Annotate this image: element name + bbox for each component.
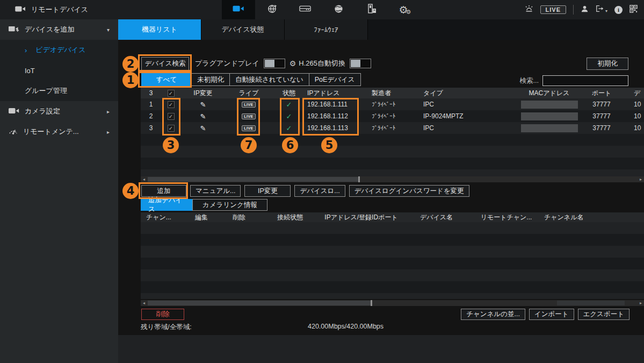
edit-pencil-icon[interactable]: ✎	[200, 112, 206, 120]
live-mode-badge[interactable]: LIVE	[540, 5, 566, 14]
col-edit: 編集	[183, 213, 220, 222]
empty-rows	[141, 134, 644, 176]
sidebar-item-camera-settings[interactable]: カメラ設定 ▸	[0, 101, 118, 122]
sidebar-item-label: デバイスを追加	[25, 25, 75, 34]
nav-remote-device[interactable]	[222, 0, 255, 19]
user-icon[interactable]	[581, 5, 589, 15]
row-number: 3	[141, 124, 161, 132]
page-title: リモートデバイス	[31, 5, 88, 15]
sub-tabbar: 追加デバイス カメラリンク情報	[141, 199, 267, 211]
horizontal-scrollbar[interactable]: ◂ ▸	[141, 300, 644, 306]
col-status: 状態	[272, 89, 306, 98]
server-icon	[367, 4, 377, 16]
manual-add-button[interactable]: マニュアル...	[190, 185, 241, 197]
device-extra: 10	[620, 124, 644, 132]
plug-and-play-label: プラグアンドプレイ	[195, 59, 259, 68]
filter-not-auto-connected[interactable]: 自動接続されていない	[229, 73, 309, 86]
tabbar: 機器リスト デバイス状態 ﾌｧｰﾑｳｪｱ	[118, 19, 644, 40]
alarm-icon[interactable]	[525, 4, 533, 15]
channel-sort-button[interactable]: チャンネルの並...	[461, 309, 525, 320]
footer-button-group: チャンネルの並... インポート エクスポート	[461, 309, 629, 320]
live-preview-button[interactable]: LIVE	[242, 113, 256, 119]
change-password-button[interactable]: デバイスログインパスワードを変更	[349, 185, 469, 197]
col-port: ポート	[583, 89, 620, 98]
sidebar-item-label: カメラ設定	[25, 106, 60, 116]
device-search-button[interactable]: デバイス検索	[141, 57, 189, 70]
scrollbar-thumb[interactable]	[148, 177, 358, 182]
horizontal-scrollbar[interactable]: ◂ ▸	[141, 176, 644, 182]
row-checkbox[interactable]: ✓	[168, 101, 175, 108]
search-input[interactable]	[542, 75, 628, 86]
subtab-camera-link-info[interactable]: カメラリンク情報	[192, 199, 267, 211]
scroll-right-icon[interactable]: ▸	[638, 176, 644, 182]
table-row[interactable]: 3 ✓ ✎ LIVE ✓ 192.168.1.113 ﾌﾟﾗｲﾍﾞｰﾄ IPC …	[141, 122, 644, 134]
gear-icon: ⚙	[290, 59, 296, 68]
sidebar-item-iot[interactable]: IoT	[0, 60, 118, 81]
tab-device-list[interactable]: 機器リスト	[118, 19, 201, 40]
nav-ai[interactable]	[322, 0, 355, 19]
row-checkbox[interactable]: ✓	[168, 113, 175, 120]
h265-toggle[interactable]	[350, 59, 371, 68]
row-checkbox[interactable]: ✓	[168, 125, 175, 132]
edit-pencil-icon[interactable]: ✎	[200, 124, 206, 132]
topbar: リモートデバイス	[0, 0, 644, 19]
h265-label: H.265自動切換	[299, 59, 345, 68]
initialize-button[interactable]: 初期化	[587, 58, 628, 70]
gauge-icon	[9, 127, 18, 137]
action-button-row: 追加 マニュアル... IP変更 デバイスロ... デバイスログインパスワードを…	[141, 185, 469, 197]
scroll-left-icon[interactable]: ◂	[141, 300, 147, 306]
filter-all[interactable]: すべて	[141, 73, 192, 86]
caret-right-icon: ▸	[107, 109, 110, 115]
device-extra: 10	[620, 112, 644, 120]
qr-code-icon[interactable]	[629, 5, 638, 15]
col-ip-change: IP変更	[180, 89, 226, 98]
scroll-right-icon[interactable]: ▸	[638, 300, 644, 306]
import-button[interactable]: インポート	[529, 309, 574, 320]
tab-firmware[interactable]: ﾌｧｰﾑｳｪｱ	[285, 19, 368, 40]
bottom-strip	[118, 335, 644, 363]
camera-icon	[233, 5, 244, 15]
device-log-button[interactable]: デバイスロ...	[294, 185, 345, 197]
col-ip-address: IPアドレス	[306, 89, 365, 98]
nav-settings[interactable]: ⚙⚙	[388, 0, 422, 19]
camera-plus-icon	[9, 25, 19, 34]
add-button[interactable]: 追加	[141, 185, 186, 197]
subtab-added-devices[interactable]: 追加デバイス	[141, 199, 192, 211]
annotation-circle-3: 3	[163, 137, 179, 153]
live-preview-button[interactable]: LIVE	[242, 125, 256, 131]
scroll-left-icon[interactable]: ◂	[141, 176, 147, 182]
filter-poe-device[interactable]: PoEデバイス	[309, 73, 361, 86]
nav-system[interactable]	[355, 0, 388, 19]
toggle-knob	[265, 60, 274, 67]
maker: ﾌﾟﾗｲﾍﾞｰﾄ	[365, 125, 419, 131]
select-all-checkbox[interactable]: ✓	[168, 90, 175, 97]
col-mac-address: MACアドレス	[516, 89, 583, 98]
filter-uninitialized[interactable]: 未初期化	[191, 73, 230, 86]
sidebar-item-add-device[interactable]: デバイスを追加 ▾	[0, 19, 118, 40]
row-number: 2	[141, 112, 161, 120]
scrollbar-thumb[interactable]	[148, 301, 371, 305]
sidebar-item-remote-maintenance[interactable]: リモートメンテ... ▸	[0, 122, 118, 142]
logout-icon[interactable]: ▾	[596, 5, 607, 15]
table-row[interactable]: 1 ✓ ✎ LIVE ✓ 192.168.1.111 ﾌﾟﾗｲﾍﾞｰﾄ IPC …	[141, 98, 644, 110]
plug-and-play-toggle[interactable]	[264, 59, 285, 68]
edit-pencil-icon[interactable]: ✎	[200, 101, 206, 109]
settings-gears-icon: ⚙⚙	[399, 5, 411, 15]
table-row[interactable]: 2 ✓ ✎ LIVE ✓ 192.168.1.112 ﾌﾟﾗｲﾍﾞｰﾄ IP-9…	[141, 110, 644, 122]
info-icon[interactable]: i	[614, 6, 623, 14]
nav-storage[interactable]	[288, 0, 322, 19]
col-ip-port: IPアドレス/登録IDポート	[322, 213, 400, 222]
live-preview-button[interactable]: LIVE	[242, 102, 256, 108]
ip-change-button[interactable]: IP変更	[244, 185, 291, 197]
status-ok-icon: ✓	[286, 112, 292, 120]
tab-device-status[interactable]: デバイス状態	[201, 19, 285, 40]
sidebar-item-video-device[interactable]: › ビデオデバイス	[0, 40, 118, 60]
export-button[interactable]: エクスポート	[578, 309, 629, 320]
delete-button[interactable]: 削除	[141, 309, 184, 320]
sidebar-item-label: IoT	[25, 67, 35, 75]
nav-network[interactable]	[255, 0, 288, 19]
sidebar-item-group-management[interactable]: グループ管理	[0, 81, 118, 101]
device-type: IPC	[419, 124, 516, 132]
app-title-area: リモートデバイス	[15, 0, 88, 19]
device-extra: 10	[620, 101, 644, 108]
